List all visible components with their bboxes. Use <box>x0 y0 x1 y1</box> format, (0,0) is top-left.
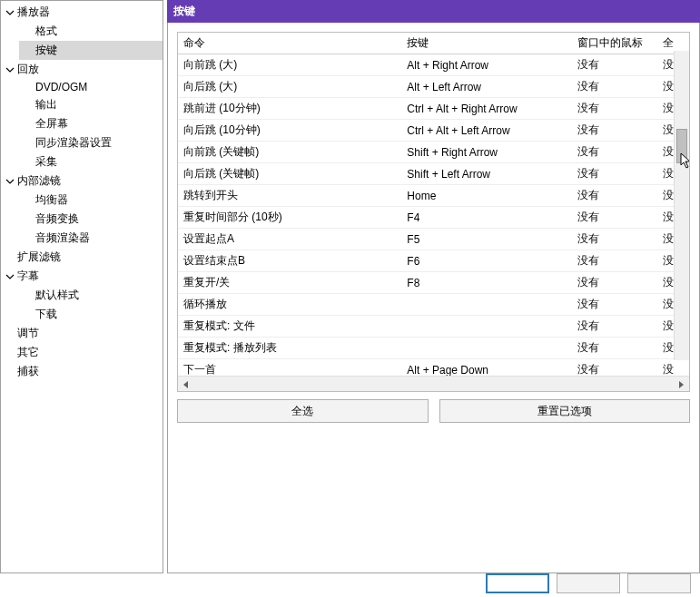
tree-item-label: 全屏幕 <box>35 116 68 132</box>
table-row[interactable]: 下一首Alt + Page Down没有没 <box>178 359 689 377</box>
table-row[interactable]: 设置结束点BF6没有没 <box>178 250 689 272</box>
tree-leaf-icon <box>5 347 15 358</box>
tree-item[interactable]: 音频变换 <box>19 210 163 229</box>
cell-key: Alt + Right Arrow <box>401 54 572 76</box>
tree-item[interactable]: 同步渲染器设置 <box>19 133 163 152</box>
cell-command: 设置起点A <box>178 229 401 250</box>
tree-item-label: 其它 <box>17 345 39 360</box>
tree-item[interactable]: 回放 <box>1 60 163 79</box>
tree-item[interactable]: 捕获 <box>1 362 163 381</box>
chevron-down-icon[interactable] <box>5 7 15 18</box>
tree-item[interactable]: 下载 <box>19 305 163 324</box>
tree-item-label: 按键 <box>35 43 57 58</box>
cell-key: Ctrl + Alt + Left Arrow <box>401 120 572 142</box>
tree-item[interactable]: 其它 <box>1 343 163 362</box>
tree-leaf-icon <box>5 252 15 263</box>
table-row[interactable]: 循环播放没有没 <box>178 294 689 316</box>
table-row[interactable]: 重复模式: 播放列表没有没 <box>178 338 689 359</box>
settings-tree[interactable]: 播放器格式按键回放DVD/OGM输出全屏幕同步渲染器设置采集内部滤镜均衡器音频变… <box>0 0 163 573</box>
tree-item[interactable]: 内部滤镜 <box>1 171 163 191</box>
tree-item[interactable]: 播放器 <box>1 3 163 22</box>
table-row[interactable]: 重复模式: 文件没有没 <box>178 316 689 338</box>
cell-key: F4 <box>401 207 572 229</box>
cell-key: F5 <box>401 229 572 250</box>
tree-item[interactable]: 按键 <box>19 41 163 60</box>
tree-item[interactable]: 扩展滤镜 <box>1 248 163 267</box>
cell-command: 向后跳 (关键帧) <box>178 163 401 185</box>
scrollbar-thumb[interactable] <box>676 129 687 163</box>
tree-item[interactable]: 格式 <box>19 22 163 41</box>
tree-item-label: 字幕 <box>17 269 39 284</box>
cell-mouse: 没有 <box>572 229 657 250</box>
tree-item[interactable]: 字幕 <box>1 267 163 286</box>
cell-mouse: 没有 <box>572 316 657 338</box>
chevron-down-icon[interactable] <box>5 64 15 75</box>
scroll-right-icon[interactable] <box>676 379 685 388</box>
horizontal-scrollbar[interactable] <box>178 376 689 391</box>
tree-leaf-icon <box>5 367 15 377</box>
ok-button[interactable] <box>486 573 549 593</box>
cancel-button[interactable] <box>557 573 620 593</box>
tree-item[interactable]: 全屏幕 <box>19 114 163 133</box>
tree-item-label: 下载 <box>35 307 57 322</box>
cell-mouse: 没有 <box>572 76 657 98</box>
tree-item[interactable]: 均衡器 <box>19 191 163 210</box>
tree-item[interactable]: DVD/OGM <box>19 79 163 95</box>
cell-mouse: 没有 <box>572 120 657 142</box>
cell-key: Shift + Right Arrow <box>401 142 572 163</box>
table-row[interactable]: 跳前进 (10分钟)Ctrl + Alt + Right Arrow没有没 <box>178 98 689 120</box>
scroll-left-icon[interactable] <box>182 379 191 388</box>
vertical-scrollbar[interactable] <box>674 51 689 360</box>
table-row[interactable]: 向前跳 (大)Alt + Right Arrow没有没 <box>178 54 689 76</box>
col-command[interactable]: 命令 <box>178 33 401 54</box>
reset-selected-button[interactable]: 重置已选项 <box>439 399 691 423</box>
cell-key: Ctrl + Alt + Right Arrow <box>401 98 572 120</box>
panel-title: 按键 <box>167 0 700 23</box>
cell-mouse: 没有 <box>572 54 657 76</box>
table-row[interactable]: 设置起点AF5没有没 <box>178 229 689 250</box>
cell-global: 没 <box>657 359 689 377</box>
tree-item[interactable]: 采集 <box>19 152 163 171</box>
keybindings-table[interactable]: 命令 按键 窗口中的鼠标 全 向前跳 (大)Alt + Right Arrow没… <box>178 33 689 376</box>
cell-command: 重复模式: 播放列表 <box>178 338 401 359</box>
table-row[interactable]: 跳转到开头Home没有没 <box>178 185 689 207</box>
cell-key: F6 <box>401 250 572 272</box>
tree-item[interactable]: 音频渲染器 <box>19 229 163 248</box>
cell-key <box>401 316 572 338</box>
cell-key: F8 <box>401 272 572 294</box>
tree-item[interactable]: 调节 <box>1 324 163 343</box>
table-row[interactable]: 向后跳 (10分钟)Ctrl + Alt + Left Arrow没有没 <box>178 120 689 142</box>
tree-leaf-icon <box>5 328 15 339</box>
tree-item-label: DVD/OGM <box>35 81 87 93</box>
table-row[interactable]: 向后跳 (大)Alt + Left Arrow没有没 <box>178 76 689 98</box>
chevron-down-icon[interactable] <box>5 176 15 187</box>
cell-mouse: 没有 <box>572 185 657 207</box>
tree-item-label: 格式 <box>35 24 57 39</box>
cell-command: 向后跳 (大) <box>178 76 401 98</box>
tree-item-label: 播放器 <box>17 5 50 20</box>
cell-key: Home <box>401 185 572 207</box>
tree-item-label: 内部滤镜 <box>17 173 61 189</box>
col-key[interactable]: 按键 <box>401 33 572 54</box>
cell-mouse: 没有 <box>572 359 657 377</box>
table-row[interactable]: 向后跳 (关键帧)Shift + Left Arrow没有没 <box>178 163 689 185</box>
tree-item-label: 音频变换 <box>35 211 79 227</box>
select-all-button[interactable]: 全选 <box>177 399 429 423</box>
cell-command: 向后跳 (10分钟) <box>178 120 401 142</box>
table-row[interactable]: 向前跳 (关键帧)Shift + Right Arrow没有没 <box>178 142 689 163</box>
cell-command: 跳转到开头 <box>178 185 401 207</box>
tree-item[interactable]: 默认样式 <box>19 286 163 305</box>
cell-mouse: 没有 <box>572 272 657 294</box>
cell-mouse: 没有 <box>572 207 657 229</box>
chevron-down-icon[interactable] <box>5 271 15 282</box>
cell-command: 循环播放 <box>178 294 401 316</box>
tree-item[interactable]: 输出 <box>19 95 163 114</box>
apply-button[interactable] <box>627 573 691 593</box>
table-row[interactable]: 重复时间部分 (10秒)F4没有没 <box>178 207 689 229</box>
cell-command: 跳前进 (10分钟) <box>178 98 401 120</box>
cell-mouse: 没有 <box>572 338 657 359</box>
table-row[interactable]: 重复开/关F8没有没 <box>178 272 689 294</box>
cell-command: 重复模式: 文件 <box>178 316 401 338</box>
cell-mouse: 没有 <box>572 163 657 185</box>
col-mouse[interactable]: 窗口中的鼠标 <box>572 33 657 54</box>
